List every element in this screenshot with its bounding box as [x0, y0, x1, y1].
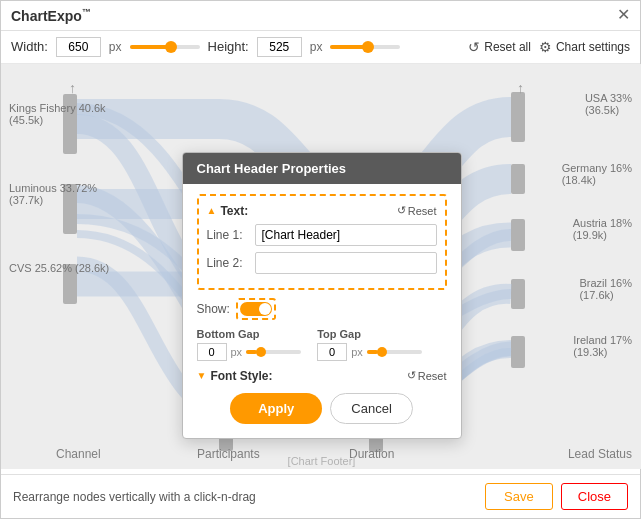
app-title-tm: ™	[82, 7, 91, 17]
text-reset-label: Reset	[408, 205, 437, 217]
app-title-text: ChartExpo	[11, 8, 82, 24]
text-section-title: ▲ Text:	[207, 204, 249, 218]
bottom-gap-unit: px	[231, 346, 243, 358]
font-reset-label: Reset	[418, 370, 447, 382]
modal-body: ▲ Text: ↺ Reset Line 1:	[183, 184, 461, 438]
show-row: Show:	[197, 298, 447, 320]
bottom-bar: Rearrange nodes vertically with a click-…	[1, 474, 640, 518]
width-slider[interactable]	[130, 45, 200, 49]
line2-row: Line 2:	[207, 252, 437, 274]
reset-small-icon: ↺	[397, 204, 406, 217]
height-input[interactable]	[257, 37, 302, 57]
modal-overlay: Chart Header Properties ▲ Text: ↺ Reset	[1, 64, 641, 469]
app-title: ChartExpo™	[11, 7, 91, 24]
controls-bar: Width: px Height: px ↺ Reset all ⚙ Chart…	[1, 31, 640, 64]
text-section-label: Text:	[220, 204, 248, 218]
show-toggle[interactable]	[240, 302, 272, 316]
gap-section: Bottom Gap px Top Gap	[197, 328, 447, 361]
bottom-gap-controls: px	[197, 343, 302, 361]
text-section: ▲ Text: ↺ Reset Line 1:	[197, 194, 447, 290]
font-section-header: ▼ Font Style: ↺ Reset	[197, 369, 447, 383]
width-px: px	[109, 40, 122, 54]
toggle-thumb	[259, 303, 271, 315]
window-close-button[interactable]: ✕	[617, 7, 630, 23]
line1-input[interactable]	[255, 224, 437, 246]
line1-row: Line 1:	[207, 224, 437, 246]
line2-input[interactable]	[255, 252, 437, 274]
line1-label: Line 1:	[207, 228, 249, 242]
font-chevron-icon: ▼	[197, 370, 207, 381]
font-section-title: ▼ Font Style:	[197, 369, 273, 383]
text-section-header: ▲ Text: ↺ Reset	[207, 204, 437, 218]
height-px: px	[310, 40, 323, 54]
font-reset-icon: ↺	[407, 369, 416, 382]
top-gap-controls: px	[317, 343, 422, 361]
modal-buttons: Apply Cancel	[197, 393, 447, 424]
apply-button[interactable]: Apply	[230, 393, 322, 424]
height-label: Height:	[208, 39, 249, 54]
bottom-gap-title: Bottom Gap	[197, 328, 302, 340]
chart-settings-label: Chart settings	[556, 40, 630, 54]
top-gap-slider[interactable]	[367, 350, 422, 354]
chart-header-properties-modal: Chart Header Properties ▲ Text: ↺ Reset	[182, 152, 462, 439]
font-reset-button[interactable]: ↺ Reset	[407, 369, 447, 382]
reset-all-label: Reset all	[484, 40, 531, 54]
top-gap-unit: px	[351, 346, 363, 358]
show-label: Show:	[197, 302, 230, 316]
height-slider[interactable]	[330, 45, 400, 49]
text-reset-button[interactable]: ↺ Reset	[397, 204, 437, 217]
reset-icon: ↺	[468, 39, 480, 55]
width-label: Width:	[11, 39, 48, 54]
cancel-button[interactable]: Cancel	[330, 393, 412, 424]
bottom-gap-slider[interactable]	[246, 350, 301, 354]
show-toggle-box	[236, 298, 276, 320]
save-button[interactable]: Save	[485, 483, 553, 510]
settings-icon: ⚙	[539, 39, 552, 55]
top-gap-input[interactable]	[317, 343, 347, 361]
hint-text: Rearrange nodes vertically with a click-…	[13, 490, 256, 504]
title-bar: ChartExpo™ ✕	[1, 1, 640, 31]
bottom-buttons: Save Close	[485, 483, 628, 510]
chart-settings-button[interactable]: ⚙ Chart settings	[539, 39, 630, 55]
main-window: ChartExpo™ ✕ Width: px Height: px ↺ Rese…	[0, 0, 641, 519]
chart-area: .slink{fill:none;stroke:#b0c8e8;stroke-o…	[1, 64, 641, 469]
modal-title: Chart Header Properties	[183, 153, 461, 184]
bottom-gap-input[interactable]	[197, 343, 227, 361]
font-style-label: Font Style:	[210, 369, 272, 383]
line2-label: Line 2:	[207, 256, 249, 270]
bottom-gap-group: Bottom Gap px	[197, 328, 302, 361]
top-gap-title: Top Gap	[317, 328, 422, 340]
close-button[interactable]: Close	[561, 483, 628, 510]
reset-all-button[interactable]: ↺ Reset all	[468, 39, 531, 55]
chevron-icon: ▲	[207, 205, 217, 216]
top-gap-group: Top Gap px	[317, 328, 422, 361]
width-input[interactable]	[56, 37, 101, 57]
